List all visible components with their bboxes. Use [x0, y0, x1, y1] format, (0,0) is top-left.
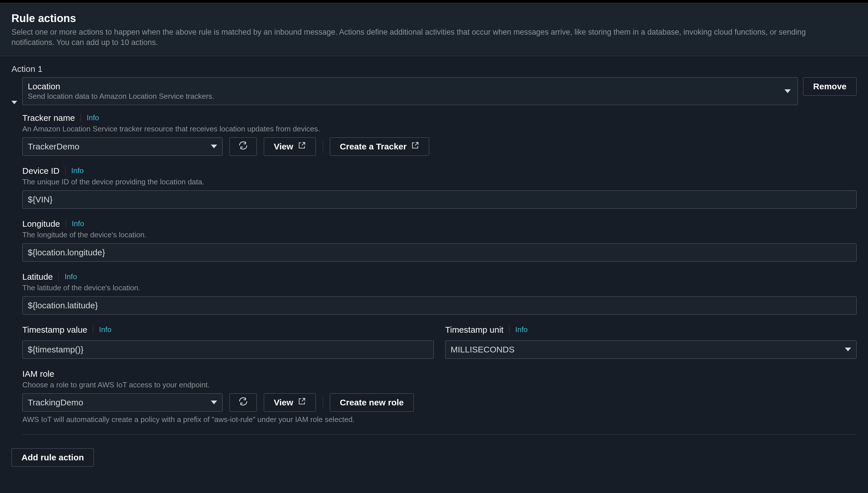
- longitude-input[interactable]: [22, 243, 856, 262]
- timestamp-value-info-link[interactable]: Info: [93, 325, 111, 334]
- rule-actions-body: Action 1 Location Send location data to …: [0, 56, 868, 478]
- add-rule-action-button[interactable]: Add rule action: [12, 448, 94, 467]
- vertical-divider: [323, 396, 323, 409]
- external-link-icon: [298, 398, 306, 407]
- device-id-label: Device ID: [22, 166, 60, 176]
- timestamp-value-label: Timestamp value: [22, 325, 87, 335]
- tracker-name-description: An Amazon Location Service tracker resou…: [22, 125, 856, 133]
- view-tracker-label: View: [274, 142, 293, 151]
- timestamp-unit-value: MILLISECONDS: [451, 345, 515, 355]
- iam-role-value: TrackingDemo: [28, 398, 83, 407]
- timestamp-unit-label: Timestamp unit: [445, 325, 504, 335]
- latitude-info-link[interactable]: Info: [59, 272, 77, 281]
- refresh-roles-button[interactable]: [229, 393, 257, 412]
- action-type-subtitle: Send location data to Amazon Location Se…: [28, 92, 214, 101]
- tracker-info-link[interactable]: Info: [81, 113, 99, 122]
- action-header-row: Location Send location data to Amazon Lo…: [12, 77, 856, 105]
- remove-button-label: Remove: [813, 82, 847, 91]
- timestamp-row: Timestamp value Info Timestamp unit Info…: [12, 325, 856, 359]
- timestamp-unit-field: Timestamp unit Info MILLISECONDS: [445, 325, 856, 359]
- external-link-icon: [298, 142, 306, 151]
- latitude-input[interactable]: [22, 296, 856, 315]
- longitude-info-link[interactable]: Info: [66, 219, 84, 228]
- longitude-label: Longitude: [22, 219, 60, 229]
- timestamp-value-field: Timestamp value Info: [22, 325, 434, 359]
- tracker-name-select[interactable]: TrackerDemo: [22, 137, 223, 156]
- page-title: Rule actions: [12, 12, 856, 25]
- longitude-description: The longitude of the device's location.: [22, 231, 856, 239]
- chevron-down-icon: [784, 89, 791, 93]
- tracker-name-label: Tracker name: [22, 113, 75, 123]
- tracker-name-field: Tracker name Info An Amazon Location Ser…: [12, 113, 856, 156]
- section-divider: [22, 434, 856, 435]
- view-role-label: View: [274, 398, 293, 407]
- refresh-icon: [238, 141, 248, 152]
- device-id-field: Device ID Info The unique ID of the devi…: [12, 166, 856, 209]
- latitude-label: Latitude: [22, 272, 53, 282]
- create-role-button[interactable]: Create new role: [330, 393, 414, 412]
- vertical-divider: [323, 140, 323, 153]
- device-id-input[interactable]: [22, 190, 856, 209]
- rule-actions-header-panel: Rule actions Select one or more actions …: [0, 3, 868, 56]
- latitude-description: The latitude of the device's location.: [22, 283, 856, 292]
- iam-role-description: Choose a role to grant AWS IoT access to…: [22, 381, 856, 389]
- iam-role-select[interactable]: TrackingDemo: [22, 393, 223, 412]
- device-id-info-link[interactable]: Info: [65, 166, 84, 175]
- timestamp-unit-select[interactable]: MILLISECONDS: [445, 340, 856, 359]
- page-description: Select one or more actions to happen whe…: [12, 27, 841, 48]
- create-tracker-button[interactable]: Create a Tracker: [330, 137, 429, 156]
- external-link-icon: [411, 142, 419, 151]
- iam-role-label: IAM role: [22, 369, 54, 379]
- remove-action-button[interactable]: Remove: [803, 77, 856, 95]
- collapse-toggle-icon[interactable]: [12, 101, 17, 104]
- iam-role-help: AWS IoT will automatically create a poli…: [22, 415, 856, 424]
- chevron-down-icon: [211, 401, 217, 404]
- refresh-icon: [238, 396, 248, 408]
- action-type-select[interactable]: Location Send location data to Amazon Lo…: [22, 77, 798, 105]
- add-rule-action-label: Add rule action: [21, 453, 84, 463]
- action-label: Action 1: [12, 64, 856, 74]
- create-tracker-label: Create a Tracker: [340, 142, 407, 151]
- view-role-button[interactable]: View: [264, 393, 316, 412]
- longitude-field: Longitude Info The longitude of the devi…: [12, 219, 856, 262]
- timestamp-value-input[interactable]: [22, 340, 434, 359]
- latitude-field: Latitude Info The latitude of the device…: [12, 272, 856, 315]
- iam-role-field: IAM role Choose a role to grant AWS IoT …: [12, 369, 856, 424]
- chevron-down-icon: [211, 145, 217, 148]
- chevron-down-icon: [845, 347, 851, 351]
- view-tracker-button[interactable]: View: [264, 137, 316, 156]
- window-chrome: [0, 0, 868, 3]
- device-id-description: The unique ID of the device providing th…: [22, 177, 856, 186]
- timestamp-unit-info-link[interactable]: Info: [509, 325, 528, 334]
- create-role-label: Create new role: [340, 398, 404, 407]
- tracker-name-value: TrackerDemo: [28, 142, 79, 151]
- refresh-trackers-button[interactable]: [229, 137, 257, 156]
- action-type-title: Location: [28, 82, 214, 91]
